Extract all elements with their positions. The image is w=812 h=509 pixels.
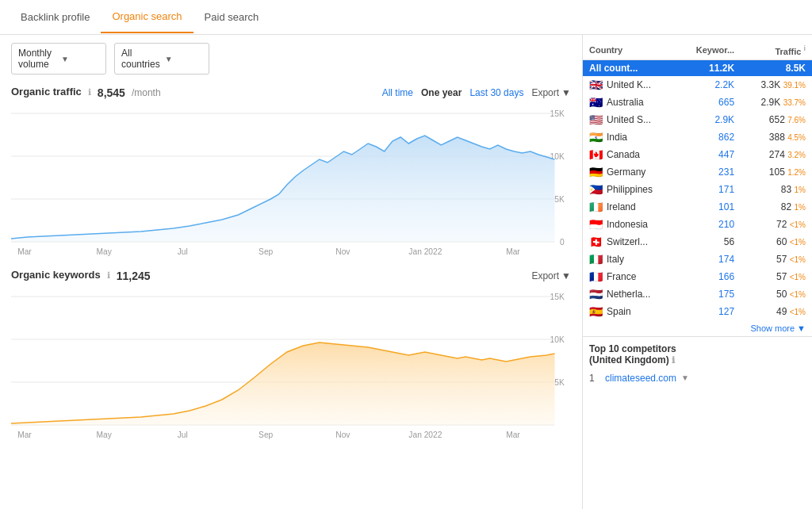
country-name-fr: 🇫🇷France (583, 268, 677, 285)
de-traffic: 105 1.2% (741, 163, 812, 181)
table-row[interactable]: 🇮🇳India 862 388 4.5% (583, 128, 812, 146)
table-row[interactable]: 🇮🇪Ireland 101 82 1% (583, 198, 812, 216)
country-name-uk: 🇬🇧United K... (583, 76, 677, 94)
competitor-rank-1: 1 (589, 373, 600, 384)
fr-traffic: 57 <1% (741, 268, 812, 285)
time-filter-one-year[interactable]: One year (421, 87, 462, 98)
ph-traffic: 83 1% (741, 181, 812, 198)
svg-text:Nov: Nov (335, 247, 350, 256)
organic-keywords-info-icon[interactable]: ℹ (107, 270, 110, 281)
country-name-de: 🇩🇪Germany (583, 163, 677, 181)
table-row[interactable]: 🇳🇱Netherla... 175 50 <1% (583, 285, 812, 303)
keywords-export-arrow-icon: ▼ (561, 270, 571, 281)
volume-filter[interactable]: Monthly volume ▼ (11, 43, 106, 75)
organic-traffic-info-icon[interactable]: ℹ (88, 87, 91, 98)
table-row[interactable]: 🇩🇪Germany 231 105 1.2% (583, 163, 812, 181)
ph-keywords: 171 (677, 181, 741, 198)
time-filter-30days[interactable]: Last 30 days (469, 87, 523, 98)
svg-text:15K: 15K (550, 293, 565, 301)
table-row[interactable]: 🇪🇸Spain 127 49 <1% (583, 303, 812, 320)
de-keywords: 231 (677, 163, 741, 181)
organic-keywords-value: 11,245 (117, 270, 151, 282)
competitors-info-icon[interactable]: ℹ (672, 355, 675, 365)
table-row[interactable]: 🇮🇹Italy 174 57 <1% (583, 251, 812, 268)
svg-text:Mar: Mar (506, 431, 520, 439)
table-row[interactable]: 🇫🇷France 166 57 <1% (583, 268, 812, 285)
nl-keywords: 175 (677, 285, 741, 303)
table-row[interactable]: 🇨🇦Canada 447 274 3.2% (583, 146, 812, 163)
svg-text:Jan 2022: Jan 2022 (408, 431, 442, 439)
country-name-nl: 🇳🇱Netherla... (583, 285, 677, 303)
traffic-chart: 15K 10K 5K 0 Mar May Jul Sep Nov Jan 202… (11, 105, 571, 256)
svg-text:0: 0 (560, 238, 565, 247)
countries-filter-label: All countries (121, 48, 160, 70)
competitor-dropdown-icon[interactable]: ▼ (681, 373, 689, 382)
svg-text:Jan 2022: Jan 2022 (408, 247, 442, 256)
table-row[interactable]: 🇦🇺Australia 665 2.9K 33.7% (583, 94, 812, 111)
svg-text:Jul: Jul (178, 431, 188, 439)
country-name-ca: 🇨🇦Canada (583, 146, 677, 163)
svg-text:Sep: Sep (259, 431, 274, 439)
us-traffic: 652 7.6% (741, 111, 812, 128)
traffic-export-btn[interactable]: Export ▼ (531, 87, 571, 98)
table-row[interactable]: 🇵🇭Philippines 171 83 1% (583, 181, 812, 198)
export-label: Export (531, 87, 559, 98)
country-name-id: 🇮🇩Indonesia (583, 216, 677, 233)
competitor-item-1: 1 climateseed.com ▼ (589, 370, 806, 386)
ie-traffic: 82 1% (741, 198, 812, 216)
us-keywords: 2.9K (677, 111, 741, 128)
svg-text:Nov: Nov (335, 431, 350, 439)
uk-keywords: 2.2K (677, 76, 741, 94)
nl-traffic: 50 <1% (741, 285, 812, 303)
organic-traffic-value: 8,545 (98, 86, 125, 99)
keywords-chart-svg: 15K 10K 5K Mar May Jul Sep Nov Jan 2022 … (11, 289, 571, 439)
keywords-chart: 15K 10K 5K Mar May Jul Sep Nov Jan 2022 … (11, 289, 571, 439)
countries-dropdown-arrow: ▼ (165, 55, 202, 63)
it-keywords: 174 (677, 251, 741, 268)
table-row[interactable]: 🇬🇧United K... 2.2K 3.3K 39.1% (583, 76, 812, 94)
svg-text:May: May (96, 431, 112, 439)
country-name-in: 🇮🇳India (583, 128, 677, 146)
ch-traffic: 60 <1% (741, 233, 812, 251)
es-traffic: 49 <1% (741, 303, 812, 320)
country-name-ph: 🇵🇭Philippines (583, 181, 677, 198)
country-name-it: 🇮🇹Italy (583, 251, 677, 268)
table-row[interactable]: 🇨🇭Switzerl... 56 60 <1% (583, 233, 812, 251)
country-table: Country Keywor... Traffic i All count...… (583, 41, 812, 320)
ie-keywords: 101 (677, 198, 741, 216)
traffic-col-header: Traffic i (741, 41, 812, 59)
right-panel: Country Keywor... Traffic i All count...… (582, 35, 812, 509)
tab-organic[interactable]: Organic search (101, 1, 193, 33)
countries-filter[interactable]: All countries ▼ (114, 43, 209, 75)
ca-keywords: 447 (677, 146, 741, 163)
show-more-btn[interactable]: Show more ▼ (583, 320, 812, 336)
tab-paid[interactable]: Paid search (193, 2, 270, 33)
svg-text:Jul: Jul (178, 247, 188, 256)
traffic-title-group: Organic traffic ℹ 8,545 /month (11, 86, 161, 99)
it-traffic: 57 <1% (741, 251, 812, 268)
country-name-au: 🇦🇺Australia (583, 94, 677, 111)
main-layout: Monthly volume ▼ All countries ▼ Organic… (0, 35, 812, 509)
nav-tabs: Backlink profile Organic search Paid sea… (0, 0, 812, 35)
id-traffic: 72 <1% (741, 216, 812, 233)
in-keywords: 862 (677, 128, 741, 146)
volume-filter-label: Monthly volume (18, 48, 56, 70)
table-row[interactable]: 🇮🇩Indonesia 210 72 <1% (583, 216, 812, 233)
competitor-link-1[interactable]: climateseed.com (605, 373, 676, 384)
svg-text:10K: 10K (550, 335, 565, 344)
country-name-es: 🇪🇸Spain (583, 303, 677, 320)
tab-backlink[interactable]: Backlink profile (10, 2, 101, 33)
uk-traffic: 3.3K 39.1% (741, 76, 812, 94)
time-filter-all[interactable]: All time (382, 87, 413, 98)
keywords-export-btn[interactable]: Export ▼ (531, 270, 571, 281)
table-row[interactable]: 🇺🇸United S... 2.9K 652 7.6% (583, 111, 812, 128)
keywords-col-header: Keywor... (677, 41, 741, 59)
ch-keywords: 56 (677, 233, 741, 251)
left-panel: Monthly volume ▼ All countries ▼ Organic… (0, 35, 582, 509)
keywords-title-group: Organic keywords ℹ 11,245 (11, 269, 151, 282)
all-countries-row[interactable]: All count... 11.2K 8.5K (583, 59, 812, 76)
au-keywords: 665 (677, 94, 741, 111)
fr-keywords: 166 (677, 268, 741, 285)
volume-dropdown-arrow: ▼ (61, 55, 99, 63)
keywords-export-label: Export (531, 270, 559, 281)
